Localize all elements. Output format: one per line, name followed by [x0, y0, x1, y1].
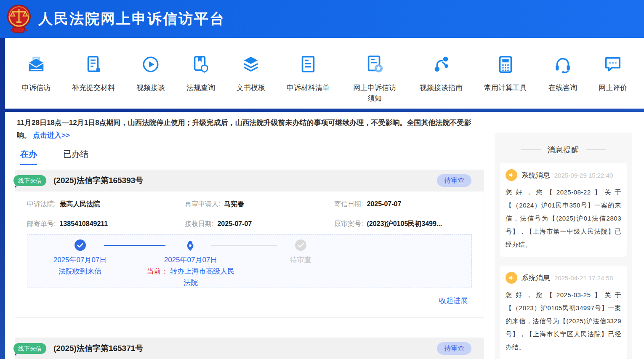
case-number: (2025)法信字第165371号	[53, 343, 143, 354]
message-panel-title: 消息提醒	[548, 145, 580, 155]
tab-in-progress[interactable]: 在办	[20, 149, 37, 165]
case-fields: 申诉法院:最高人民法院 再审申请人:马宪春 寄信日期:2025-07-07 邮寄…	[27, 200, 472, 229]
toolbar-item-video-interview[interactable]: 视频接谈	[136, 38, 165, 109]
case-number: (2025)法信字第165393号	[53, 175, 143, 186]
timeline-connector-done	[104, 245, 165, 246]
toolbar-item-label: 在线咨询	[548, 82, 577, 93]
court-emblem-icon	[5, 4, 32, 34]
timeline-date: 2025年07月07日	[146, 254, 235, 266]
toolbar-item-label: 法规查询	[186, 82, 215, 93]
status-badge: 待审查	[437, 174, 471, 187]
collapse-row: 收起进展	[27, 287, 472, 311]
toolbar-item-label: 常用计算工具	[484, 82, 527, 93]
timeline-connector-pending	[211, 245, 277, 246]
toolbar: 申诉信访 补充提交材料 视频接谈 法规查询 文书模	[5, 38, 644, 109]
message-type: 系统消息	[522, 170, 550, 180]
message-panel-header: 消息提醒	[495, 133, 632, 163]
timeline-step-label: 待审查	[279, 254, 322, 266]
collapse-progress-link[interactable]: 收起进展	[439, 297, 468, 305]
toolbar-item-online-appeal-notice[interactable]: 网上申诉信访须知	[351, 38, 398, 109]
toolbar-item-document-templates[interactable]: 文书模板	[237, 38, 265, 109]
toolbar-item-supplement-materials[interactable]: 补充提交材料	[72, 38, 115, 109]
document-star-icon	[365, 55, 384, 74]
message-time: 2025-09-29 15:22:40	[554, 172, 613, 179]
headset-icon	[553, 55, 572, 74]
toolbar-item-appeal-letter[interactable]: 申诉信访	[22, 38, 51, 109]
message-type: 系统消息	[522, 273, 550, 283]
case-body: 申诉法院:最高人民法院 再审申请人:马宪春 寄信日期:2025-07-07 邮寄…	[15, 191, 484, 318]
page-title: 人民法院网上申诉信访平台	[38, 9, 225, 29]
toolbar-item-label: 网上申诉信访须知	[351, 82, 398, 104]
system-notice: 11月28日18点—12月1日8点期间，山西法院停止使用；升级完成后，山西法院升…	[17, 117, 484, 142]
offline-letter-badge: 线下来信	[13, 343, 46, 354]
timeline-step-label: 法院收到来信	[38, 266, 122, 277]
status-badge: 待审查	[437, 342, 471, 355]
play-circle-icon	[141, 55, 160, 74]
message-item: 系统消息 2025-04-21 17:24:58 您好，您【2025-03-25…	[500, 266, 627, 359]
case-tabs: 在办 已办结	[20, 149, 484, 165]
toolbar-item-regulation-search[interactable]: 法规查询	[186, 38, 215, 109]
check-circle-gray-icon	[295, 239, 306, 251]
field-retrial-applicant: 再审申请人:马宪春	[185, 200, 334, 209]
comment-dots-icon	[603, 55, 623, 74]
toolbar-item-appeal-materials-list[interactable]: 申诉材料清单	[287, 38, 330, 109]
toolbar-item-label: 申诉信访	[22, 82, 51, 93]
field-appeal-court: 申诉法院:最高人民法院	[27, 200, 185, 209]
check-circle-icon	[75, 239, 86, 251]
toolbar-item-online-consult[interactable]: 在线咨询	[548, 38, 577, 109]
offline-letter-badge: 线下来信	[13, 175, 46, 186]
message-item: 系统消息 2025-09-29 15:22:40 您好，您【2025-08-22…	[500, 163, 627, 257]
main-column: 11月28日18点—12月1日8点期间，山西法院停止使用；升级完成后，山西法院升…	[15, 112, 484, 359]
notice-text: 11月28日18点—12月1日8点期间，山西法院停止使用；升级完成后，山西法院升…	[17, 119, 471, 139]
message-header: 系统消息 2025-04-21 17:24:58	[506, 272, 621, 284]
message-panel: 消息提醒 系统消息 2025-09-29 15:22:40 您好，您【2025-…	[495, 133, 632, 359]
app-header: 人民法院网上申诉信访平台	[0, 0, 644, 38]
message-text: 您好，您【2025-03-25】关于【（2023）沪0105民初34997号】一…	[506, 288, 621, 354]
mail-letter-icon	[27, 55, 46, 74]
notice-enter-link[interactable]: 点击进入>>	[33, 131, 70, 139]
field-mail-date: 寄信日期:2025-07-07	[334, 200, 472, 209]
speaker-icon	[506, 169, 517, 181]
toolbar-item-label: 文书模板	[237, 82, 265, 93]
case-card: 线下来信 (2025)法信字第165371号 待审查	[15, 338, 484, 359]
content-panel: 11月28日18点—12月1日8点期间，山西法院停止使用；升级完成后，山西法院升…	[5, 112, 644, 359]
toolbar-item-label: 视频接谈	[136, 82, 165, 93]
location-pin-icon	[184, 239, 196, 251]
timeline-step-received: 2025年07月07日 法院收到来信	[38, 254, 122, 277]
branch-icon	[431, 55, 451, 74]
toolbar-item-label: 补充提交材料	[72, 82, 115, 93]
dash-decoration	[586, 149, 606, 150]
current-marker: 当前：	[147, 267, 168, 275]
case-header[interactable]: 线下来信 (2025)法信字第165371号 待审查	[15, 338, 484, 359]
timeline-step-pending-review: 待审查	[279, 254, 322, 266]
toolbar-item-calculator-tools[interactable]: 常用计算工具	[484, 38, 527, 109]
message-text: 您好，您【2025-08-22】关于【（2024）沪01民申350号】一案的来信…	[506, 186, 621, 251]
document-list-icon	[298, 55, 318, 74]
layers-icon	[241, 55, 261, 74]
speaker-icon	[506, 272, 517, 284]
dash-decoration	[521, 149, 541, 150]
document-scroll-icon	[84, 55, 103, 74]
toolbar-item-label: 视频接谈指南	[420, 82, 463, 93]
calculator-icon	[496, 55, 515, 74]
timeline-step-label: 当前： 转办上海市高级人民法院	[146, 266, 235, 288]
timeline-step-transferred: 2025年07月07日 当前： 转办上海市高级人民法院	[146, 254, 235, 288]
case-header[interactable]: 线下来信 (2025)法信字第165393号 待审查	[15, 170, 484, 191]
field-receive-date: 接收日期:2025-07-07	[185, 220, 334, 229]
tab-completed[interactable]: 已办结	[63, 149, 88, 165]
progress-timeline: 2025年07月07日 法院收到来信 2025年07月07日 当前： 转办上海市…	[27, 234, 472, 287]
field-tracking-number: 邮寄单号:1385410849211	[27, 220, 185, 229]
field-original-case-number: 原审案号:(2023)沪0105民初3499...	[334, 220, 472, 229]
book-shield-icon	[191, 55, 210, 74]
timeline-date: 2025年07月07日	[38, 254, 122, 266]
toolbar-item-video-interview-guide[interactable]: 视频接谈指南	[420, 38, 463, 109]
toolbar-item-label: 申诉材料清单	[287, 82, 330, 93]
toolbar-item-label: 网上评价	[599, 82, 627, 93]
toolbar-item-online-review[interactable]: 网上评价	[599, 38, 627, 109]
message-header: 系统消息 2025-09-29 15:22:40	[506, 169, 621, 181]
case-card: 线下来信 (2025)法信字第165393号 待审查 申诉法院:最高人民法院 再…	[15, 170, 484, 318]
message-time: 2025-04-21 17:24:58	[554, 274, 613, 282]
